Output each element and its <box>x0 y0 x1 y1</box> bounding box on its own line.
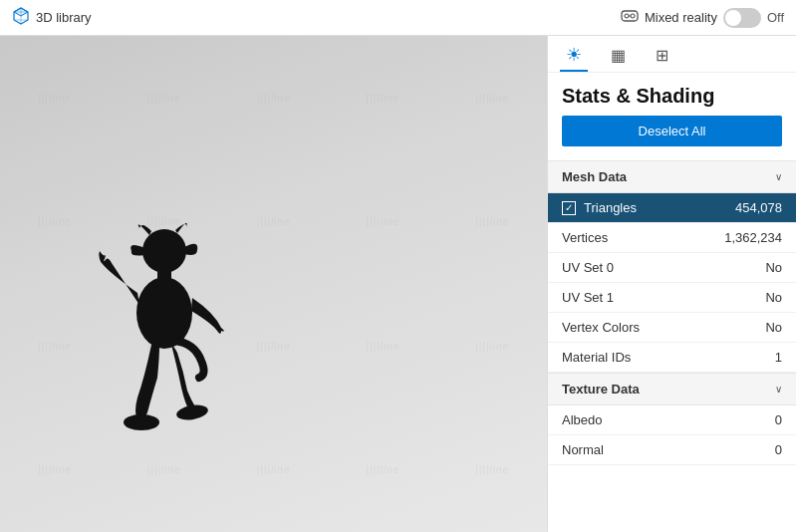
texture-data-chevron: ∨ <box>775 384 782 395</box>
table-row: Material IDs 1 <box>548 343 796 373</box>
mixed-reality-toggle[interactable] <box>723 8 761 28</box>
triangles-label: Triangles <box>584 200 637 215</box>
svg-point-7 <box>175 402 209 421</box>
tab-lighting[interactable]: ☀ <box>560 44 588 72</box>
vertices-value: 1,362,234 <box>724 230 782 245</box>
mesh-data-chevron: ∨ <box>775 171 782 182</box>
svg-point-5 <box>136 277 192 349</box>
albedo-label: Albedo <box>562 412 602 427</box>
row-left-triangles: Triangles <box>562 200 637 215</box>
vertex-colors-label: Vertex Colors <box>562 320 640 335</box>
character-silhouette <box>80 213 239 452</box>
table-row: UV Set 1 No <box>548 283 796 313</box>
texture-data-section-header[interactable]: Texture Data ∨ <box>548 373 796 405</box>
library-3d-button[interactable]: 3D library <box>12 7 92 29</box>
library-3d-label: 3D library <box>36 10 92 25</box>
mixed-reality-control[interactable]: Mixed reality Off <box>621 8 784 28</box>
triangles-value: 454,078 <box>735 200 782 215</box>
material-ids-label: Material IDs <box>562 350 631 365</box>
mesh-data-section-header[interactable]: Mesh Data ∨ <box>548 160 796 193</box>
table-row: Vertex Colors No <box>548 313 796 343</box>
vr-icon <box>621 9 639 26</box>
table-row[interactable]: Triangles 454,078 <box>548 193 796 223</box>
table-row: Vertices 1,362,234 <box>548 223 796 253</box>
uvset0-value: No <box>765 260 782 275</box>
right-panel: ☀ ▦ ⊞ Stats & Shading Deselect All Mesh … <box>547 36 796 532</box>
cube-icon <box>12 7 30 29</box>
vertices-label: Vertices <box>562 230 608 245</box>
svg-point-2 <box>631 14 635 18</box>
table-row: Normal 0 <box>548 435 796 465</box>
top-bar: 3D library Mixed reality Off <box>0 0 796 36</box>
top-bar-right: Mixed reality Off <box>621 8 784 28</box>
table-row: Albedo 0 <box>548 405 796 435</box>
table-row: UV Set 0 No <box>548 253 796 283</box>
normal-label: Normal <box>562 442 604 457</box>
albedo-value: 0 <box>775 412 782 427</box>
viewport[interactable]: ||||line ||||line ||||line ||||line ||||… <box>0 36 547 532</box>
uvset1-label: UV Set 1 <box>562 290 614 305</box>
vertex-colors-value: No <box>765 320 782 335</box>
panel-tabs: ☀ ▦ ⊞ <box>548 36 796 73</box>
normal-value: 0 <box>775 442 782 457</box>
svg-point-1 <box>625 14 629 18</box>
deselect-all-button[interactable]: Deselect All <box>562 116 782 146</box>
toggle-off-label: Off <box>767 10 784 25</box>
triangles-checkbox[interactable] <box>562 201 576 215</box>
svg-point-3 <box>142 229 186 273</box>
texture-data-title: Texture Data <box>562 382 640 397</box>
main-content: ||||line ||||line ||||line ||||line ||||… <box>0 36 796 532</box>
uvset1-value: No <box>765 290 782 305</box>
mixed-reality-label: Mixed reality <box>645 10 717 25</box>
panel-title: Stats & Shading <box>548 73 796 116</box>
tab-shading[interactable]: ⊞ <box>648 44 675 72</box>
mesh-data-title: Mesh Data <box>562 169 627 184</box>
uvset0-label: UV Set 0 <box>562 260 614 275</box>
tab-stats[interactable]: ▦ <box>604 44 632 72</box>
svg-point-6 <box>124 414 159 430</box>
material-ids-value: 1 <box>775 350 782 365</box>
